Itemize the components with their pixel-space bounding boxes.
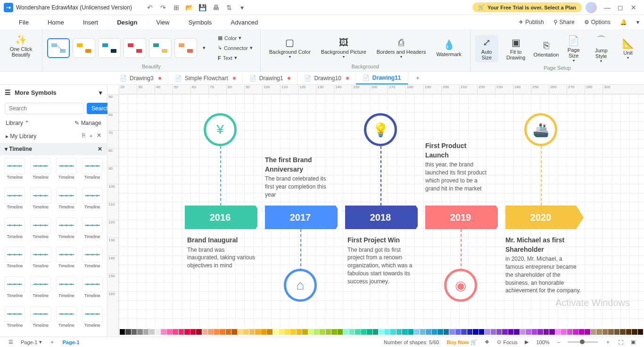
color-swatch[interactable] [125, 329, 131, 335]
timeline-shape[interactable]: Timeline [29, 306, 53, 334]
menu-symbols[interactable]: Symbols [179, 16, 221, 29]
chevron-2018[interactable]: 2018 [345, 206, 416, 229]
color-swatch[interactable] [555, 329, 561, 335]
new-tab-button[interactable]: ＋ [408, 72, 427, 84]
color-swatch[interactable] [220, 329, 225, 335]
color-swatch[interactable] [379, 329, 384, 335]
color-swatch[interactable] [214, 329, 219, 335]
add-page-button[interactable]: ＋ [46, 339, 58, 346]
color-swatch[interactable] [479, 329, 484, 335]
color-swatch[interactable] [290, 329, 296, 335]
trial-notice[interactable]: 🛒 Your Free Trial is over. Select a Plan [472, 2, 582, 12]
color-swatch[interactable] [491, 329, 496, 335]
text-2018[interactable]: First Project WinThe brand got its first… [347, 236, 418, 286]
text-2017[interactable]: The first Brand AnniversaryThe brand cel… [265, 156, 336, 199]
more-icon[interactable]: ▾ [236, 1, 249, 14]
zoom-value[interactable]: 100% [532, 339, 553, 345]
timeline-shape[interactable]: Timeline [80, 158, 104, 186]
close-icon[interactable]: ✕ [627, 1, 640, 14]
color-swatch[interactable] [549, 329, 554, 335]
zoom-slider[interactable] [564, 341, 602, 343]
auto-size-button[interactable]: ⤢Auto Size [475, 35, 498, 62]
publish-button[interactable]: ✈ Publish [514, 19, 548, 25]
menu-home[interactable]: Home [38, 16, 74, 29]
color-swatch[interactable] [608, 329, 613, 335]
manage-button[interactable]: ✎ Manage [74, 120, 101, 126]
timeline-shape[interactable]: Timeline [29, 217, 53, 245]
maximize-icon[interactable]: ◻ [614, 1, 627, 14]
color-swatch[interactable] [567, 329, 572, 335]
color-swatch[interactable] [502, 329, 507, 335]
unit-button[interactable]: 📐Unit▾ [617, 36, 639, 62]
color-swatch[interactable] [532, 329, 537, 335]
color-swatch[interactable] [161, 329, 166, 335]
chevron-2016[interactable]: 2016 [185, 206, 256, 229]
export-icon[interactable]: ⇅ [223, 1, 236, 14]
timeline-shape[interactable]: Timeline [80, 188, 104, 215]
color-swatch[interactable] [208, 329, 213, 335]
color-swatch[interactable] [420, 329, 425, 335]
color-swatch[interactable] [226, 329, 231, 335]
menu-insert[interactable]: Insert [74, 16, 108, 29]
chevron-2019[interactable]: 2019 [425, 206, 496, 229]
timeline-shape[interactable]: Timeline [55, 158, 79, 186]
lightbulb-icon[interactable]: 💡 [364, 113, 397, 146]
avatar[interactable] [586, 2, 597, 13]
color-swatch[interactable] [231, 329, 237, 335]
undo-icon[interactable]: ↶ [143, 1, 157, 14]
color-swatch[interactable] [373, 329, 378, 335]
color-swatch[interactable] [297, 329, 302, 335]
color-swatch[interactable] [173, 329, 178, 335]
color-swatch[interactable] [132, 329, 137, 335]
zoom-in-button[interactable]: ＋ [602, 339, 614, 346]
menu-view[interactable]: View [147, 16, 179, 29]
color-swatch[interactable] [385, 329, 390, 335]
color-swatch[interactable] [343, 329, 348, 335]
timeline-shape[interactable]: Timeline [3, 276, 27, 304]
tab-drawing10[interactable]: 📄 Drawing10 [297, 72, 355, 84]
color-swatch[interactable] [261, 329, 266, 335]
color-swatch[interactable] [508, 329, 513, 335]
open-icon[interactable]: 📂 [183, 1, 196, 14]
color-swatch[interactable] [438, 329, 443, 335]
color-swatch[interactable] [179, 329, 184, 335]
aperture-icon[interactable]: ◉ [444, 269, 477, 302]
color-swatch[interactable] [149, 329, 154, 335]
color-swatch[interactable] [638, 329, 643, 335]
lib-close-icon[interactable]: ✕ [97, 132, 101, 140]
page-list-icon[interactable]: ☰ [5, 339, 17, 345]
options-button[interactable]: ⚙ Options [579, 19, 615, 25]
color-swatch[interactable] [238, 329, 243, 335]
timeline-shape[interactable]: Timeline [55, 276, 79, 304]
color-swatch[interactable] [184, 329, 190, 335]
chevron-2017[interactable]: 2017 [265, 206, 336, 229]
timeline-shape[interactable]: Timeline [29, 158, 53, 186]
color-swatch[interactable] [449, 329, 454, 335]
timeline-shape[interactable]: Timeline [80, 276, 104, 304]
category-close-icon[interactable]: ✕ [98, 146, 102, 152]
color-swatch[interactable] [444, 329, 449, 335]
yen-icon[interactable]: ¥ [204, 113, 237, 146]
color-swatch[interactable] [202, 329, 207, 335]
color-swatch[interactable] [361, 329, 366, 335]
color-swatch[interactable] [561, 329, 566, 335]
color-swatch[interactable] [338, 329, 343, 335]
color-swatch[interactable] [255, 329, 260, 335]
color-swatch[interactable] [596, 329, 602, 335]
orientation-button[interactable]: ⎘Orientation [534, 38, 559, 59]
presentation-icon[interactable]: ▶ [521, 339, 532, 345]
color-swatch[interactable] [614, 329, 619, 335]
color-swatch[interactable] [120, 329, 125, 335]
focus-button[interactable]: ⊙ Focus [493, 339, 521, 345]
page-label[interactable]: Page-1 [58, 339, 83, 345]
connector-button[interactable]: ↳ Connector ▾ [215, 43, 256, 52]
color-swatch[interactable] [137, 329, 142, 335]
page-size-button[interactable]: 📄Page Size▾ [561, 33, 586, 65]
timeline-shape[interactable]: Timeline [55, 188, 79, 215]
fullscreen-icon[interactable]: ▣ [627, 339, 639, 345]
canvas-area[interactable]: 2030405060708090100110120130140150160170… [107, 85, 644, 337]
page-selector[interactable]: Page-1 ▾ [17, 339, 46, 345]
layers-icon[interactable]: ❖ [481, 339, 493, 345]
color-swatch[interactable] [585, 329, 590, 335]
color-swatch[interactable] [408, 329, 413, 335]
